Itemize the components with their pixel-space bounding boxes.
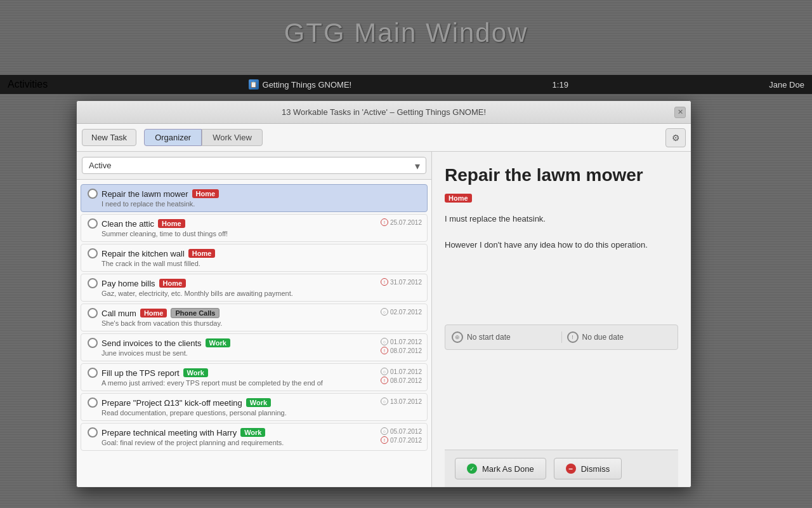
task-checkbox[interactable]: [88, 427, 98, 438]
content-area: Active Repair the lawm mower Home I need…: [77, 152, 691, 487]
task-desc: Read documentation, prepare questions, p…: [102, 409, 421, 417]
task-checkbox[interactable]: [88, 398, 98, 408]
task-title: Call mum: [102, 309, 136, 318]
task-checkbox[interactable]: [88, 308, 98, 318]
new-task-button[interactable]: New Task: [82, 129, 136, 146]
due-date-label: No due date: [582, 333, 624, 342]
task-title: Pay home bills: [102, 279, 155, 288]
task-checkbox[interactable]: [88, 368, 98, 378]
task-item[interactable]: Repair the lawm mower Home I need to rep…: [81, 184, 428, 212]
gear-button[interactable]: ⚙: [665, 128, 686, 147]
task-title: Clean the attic: [102, 219, 154, 229]
detail-tags: Home: [445, 194, 678, 203]
tab-organizer[interactable]: Organizer: [144, 129, 202, 146]
detail-body-line1: I must replace the heatsink.: [445, 213, 678, 226]
task-title: Prepare "Project Ω13" kick-off meeting: [102, 398, 242, 408]
overdue-date-icon: !: [381, 218, 388, 226]
detail-body: I must replace the heatsink. However I d…: [445, 213, 678, 312]
tag-work: Work: [246, 398, 271, 407]
task-date: ○ 01.07.2012: [381, 338, 422, 345]
task-desc: I need to replace the heatsink.: [102, 200, 421, 208]
dismiss-label: Dismiss: [581, 464, 610, 474]
date-value: 08.07.2012: [390, 377, 422, 384]
task-desc: Summer cleaning, time to dust things off…: [102, 230, 421, 237]
tag-home: Home: [192, 189, 219, 198]
task-desc: She's back from vacation this thursday.: [102, 319, 421, 327]
task-item[interactable]: Prepare technical meeting with Harry Wor…: [81, 423, 428, 451]
task-item[interactable]: Send invoices to the clients Work June i…: [81, 333, 428, 361]
tag-phone: Phone Calls: [171, 308, 219, 318]
task-item[interactable]: Pay home bills Home Gaz, water, electric…: [81, 274, 428, 302]
checkmark-icon: ✓: [467, 464, 477, 474]
task-dates: ○ 05.07.2012 ! 07.07.2012: [381, 427, 422, 444]
mark-done-label: Mark As Done: [482, 464, 534, 474]
activities-label[interactable]: Activities: [8, 79, 48, 90]
task-date: ○ 05.07.2012: [381, 427, 422, 435]
toolbar: New Task Organizer Work View ⚙: [77, 124, 691, 152]
close-button[interactable]: ✕: [674, 107, 686, 118]
task-checkbox[interactable]: [88, 338, 98, 348]
task-title: Fill up the TPS report: [102, 368, 180, 378]
tag-work: Work: [183, 368, 208, 377]
task-dates: ○ 01.07.2012 ! 08.07.2012: [381, 368, 422, 384]
date-icon: ○: [381, 398, 388, 405]
date-value: 07.07.2012: [390, 437, 422, 444]
date-icon: ○: [381, 308, 388, 316]
filter-bar: Active: [77, 152, 431, 180]
task-date: ○ 13.07.2012: [381, 398, 422, 405]
filter-select[interactable]: Active: [82, 157, 426, 174]
detail-due-date[interactable]: ! No due date: [567, 331, 672, 343]
date-value: 02.07.2012: [390, 309, 422, 316]
filter-wrapper: Active: [82, 157, 426, 174]
app-icon: 📋: [249, 79, 259, 90]
task-dates: ! 25.07.2012: [381, 218, 422, 226]
task-item[interactable]: Call mum Home Phone Calls She's back fro…: [81, 304, 428, 331]
tag-home: Home: [140, 309, 167, 318]
overdue-date-icon: !: [381, 347, 388, 354]
user-label: Jane Doe: [769, 80, 804, 90]
task-item[interactable]: Clean the attic Home Summer cleaning, ti…: [81, 214, 428, 242]
task-dates: ○ 13.07.2012: [381, 398, 422, 405]
task-item[interactable]: Prepare "Project Ω13" kick-off meeting W…: [81, 393, 428, 421]
detail-title: Repair the lawm mower: [445, 164, 678, 186]
task-date: ! 08.07.2012: [381, 377, 422, 384]
overdue-date-icon: !: [381, 278, 388, 286]
task-desc: Gaz, water, electricity, etc. Monthly bi…: [102, 290, 421, 297]
task-desc: Goal: final review of the project planni…: [102, 439, 421, 446]
task-list[interactable]: Repair the lawm mower Home I need to rep…: [77, 180, 431, 487]
task-checkbox[interactable]: [88, 278, 98, 288]
window-title: 13 Workable Tasks in 'Active' – Getting …: [282, 107, 486, 117]
task-checkbox[interactable]: [88, 248, 98, 258]
mark-as-done-button[interactable]: ✓ Mark As Done: [455, 458, 546, 479]
task-title: Prepare technical meeting with Harry: [102, 428, 237, 438]
task-desc: The crack in the wall must filled.: [102, 260, 421, 267]
task-item[interactable]: Repair the kitchen wall Home The crack i…: [81, 244, 428, 272]
task-date: ! 07.07.2012: [381, 436, 422, 444]
date-icon: ○: [381, 338, 388, 345]
date-value: 01.07.2012: [390, 338, 422, 345]
task-title: Repair the kitchen wall: [102, 249, 185, 258]
task-date: ! 31.07.2012: [381, 278, 422, 286]
task-desc: June invoices must be sent.: [102, 349, 421, 357]
task-title: Send invoices to the clients: [102, 338, 202, 348]
detail-body-line2: However I don't have any idea how to do …: [445, 239, 678, 252]
overdue-date-icon: !: [381, 436, 388, 444]
tag-home: Home: [158, 219, 185, 228]
top-bar: Activities 📋 Getting Things GNOME! 1:19 …: [0, 75, 812, 94]
desktop-title: GTG Main Window: [0, 0, 812, 48]
tag-work: Work: [240, 428, 265, 437]
task-checkbox[interactable]: [88, 189, 98, 199]
task-date: ○ 02.07.2012: [381, 308, 422, 316]
task-title: Repair the lawm mower: [102, 189, 188, 199]
detail-start-date[interactable]: ⊕ No start date: [452, 331, 556, 343]
overdue-date-icon: !: [381, 377, 388, 384]
left-panel: Active Repair the lawm mower Home I need…: [77, 152, 432, 487]
task-dates: ○ 01.07.2012 ! 08.07.2012: [381, 338, 422, 354]
tag-home: Home: [188, 249, 216, 258]
window-titlebar: 13 Workable Tasks in 'Active' – Getting …: [77, 101, 691, 124]
tab-workview[interactable]: Work View: [202, 129, 263, 146]
task-checkbox[interactable]: [88, 218, 98, 229]
date-value: 05.07.2012: [390, 428, 422, 435]
task-item[interactable]: Fill up the TPS report Work A memo just …: [81, 363, 428, 391]
dismiss-button[interactable]: – Dismiss: [554, 458, 622, 479]
